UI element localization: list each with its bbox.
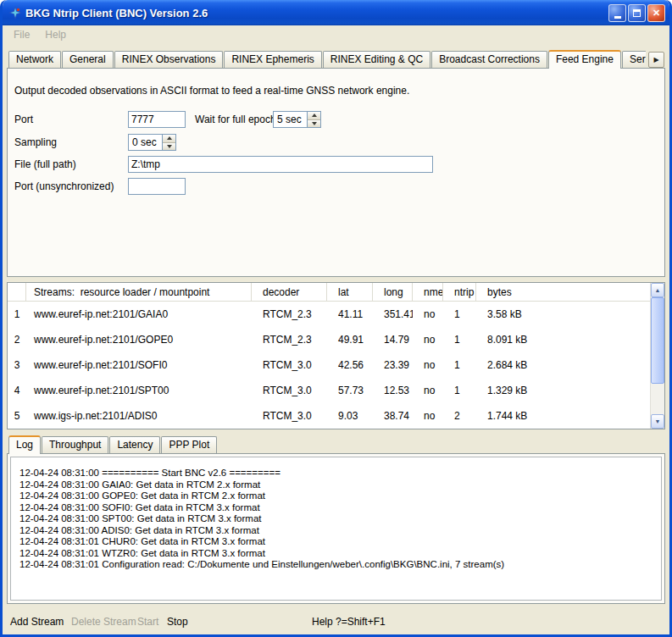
log-line: 12-04-24 08:31:00 GOPE0: Get data in RTC… (19, 490, 656, 502)
maximize-button[interactable] (628, 4, 646, 22)
tab-broadcast-corrections[interactable]: Broadcast Corrections (431, 51, 547, 68)
cell-nmea: no (413, 308, 443, 320)
window-title: BKG Ntrip Client (BNC) Version 2.6 (25, 7, 608, 19)
tab-rinex-observations[interactable]: RINEX Observations (114, 51, 224, 68)
log-line: 12-04-24 08:31:00 SPT00: Get data in RTC… (19, 513, 656, 525)
log-line: 12-04-24 08:31:00 ADIS0: Get data in RTC… (19, 525, 656, 537)
cell-nmea: no (413, 334, 443, 346)
spin-down-button[interactable] (308, 120, 320, 128)
tab-rinex-editing-qc[interactable]: RINEX Editing & QC (323, 51, 430, 68)
tab-network[interactable]: Network (8, 51, 61, 68)
cell-long: 351.41 (373, 308, 413, 320)
table-row[interactable]: 3 www.euref-ip.net:2101/SOFI0 RTCM_3.0 4… (8, 352, 650, 378)
col-header-long[interactable]: long (373, 283, 413, 301)
cell-bytes: 2.684 kB (476, 359, 650, 371)
streams-table-content: Streams: resource loader / mountpoint de… (8, 283, 650, 429)
start-button[interactable]: Start (137, 616, 158, 628)
maximize-icon (633, 9, 641, 17)
scroll-down-button[interactable]: ▼ (651, 414, 664, 429)
cell-mountpoint: www.euref-ip.net:2101/SPT00 (26, 385, 252, 396)
port-unsync-label: Port (unsynchronized) (14, 178, 114, 195)
close-button[interactable]: ✕ (647, 4, 665, 22)
cell-decoder: RTCM_2.3 (252, 308, 327, 320)
tab-general[interactable]: General (62, 51, 114, 68)
streams-table-header: Streams: resource loader / mountpoint de… (8, 283, 650, 302)
feed-engine-description: Output decoded observations in ASCII for… (14, 85, 409, 97)
port-unsync-input[interactable] (128, 178, 186, 195)
scrollbar-thumb[interactable] (651, 297, 664, 384)
col-header-bytes[interactable]: bytes (476, 283, 650, 301)
tab-feed-engine[interactable]: Feed Engine (548, 50, 621, 69)
cell-ntrip: 1 (443, 385, 476, 396)
row-number: 3 (8, 359, 26, 371)
tab-throughput[interactable]: Throughput (42, 436, 108, 453)
bottom-tabbar: Log Throughput Latency PPP Plot (8, 435, 432, 454)
cell-mountpoint: www.euref-ip.net:2101/GAIA0 (26, 308, 252, 320)
col-header-ntrip[interactable]: ntrip (443, 283, 476, 301)
log-textarea[interactable]: 12-04-24 08:31:00 ========== Start BNC v… (10, 457, 662, 601)
port-input[interactable] (128, 111, 186, 128)
table-row[interactable]: 2 www.euref-ip.net:2101/GOPE0 RTCM_2.3 4… (8, 327, 650, 352)
cell-lat: 9.03 (327, 410, 373, 422)
log-line: 12-04-24 08:31:00 SOFI0: Get data in RTC… (19, 502, 656, 514)
sampling-label: Sampling (14, 134, 57, 151)
delete-stream-button[interactable]: Delete Stream (71, 616, 136, 628)
help-button[interactable]: Help ?=Shift+F1 (312, 616, 386, 628)
streams-scrollbar[interactable]: ▲ ▼ (650, 283, 664, 429)
log-panel: 12-04-24 08:31:00 ========== Start BNC v… (7, 453, 665, 604)
tab-log[interactable]: Log (8, 435, 41, 454)
cell-decoder: RTCM_3.0 (252, 359, 327, 371)
table-row[interactable]: 1 www.euref-ip.net:2101/GAIA0 RTCM_2.3 4… (8, 302, 650, 327)
spin-up-button[interactable] (163, 135, 175, 143)
cell-ntrip: 1 (443, 308, 476, 320)
cell-lat: 42.56 (327, 359, 373, 371)
feed-engine-panel: Output decoded observations in ASCII for… (7, 68, 665, 277)
col-header-nmea[interactable]: nmea (413, 283, 443, 301)
cell-lat: 49.91 (327, 334, 373, 346)
log-line: 12-04-24 08:31:01 Configuration read: C:… (19, 559, 656, 571)
cell-ntrip: 2 (443, 410, 476, 422)
menu-bar: File Help (3, 25, 669, 44)
title-bar[interactable]: BKG Ntrip Client (BNC) Version 2.6 ✕ (3, 0, 669, 25)
cell-decoder: RTCM_3.0 (252, 410, 327, 422)
minimize-icon (614, 16, 621, 19)
cell-lat: 57.73 (327, 385, 373, 396)
file-path-input[interactable] (128, 156, 433, 173)
table-row[interactable]: 5 www.igs-ip.net:2101/ADIS0 RTCM_3.0 9.0… (8, 403, 650, 429)
close-icon: ✕ (653, 8, 660, 18)
cell-bytes: 1.329 kB (476, 385, 650, 396)
sampling-value: 0 sec (129, 135, 162, 150)
menu-help[interactable]: Help (40, 27, 71, 42)
row-number: 5 (8, 410, 26, 422)
cell-mountpoint: www.euref-ip.net:2101/GOPE0 (26, 334, 252, 346)
spin-down-icon (312, 122, 317, 125)
log-line: 12-04-24 08:31:00 ========== Start BNC v… (19, 468, 656, 479)
menu-file[interactable]: File (8, 27, 35, 42)
tab-latency[interactable]: Latency (109, 436, 160, 453)
action-bar: Add Stream Delete Stream Start Stop Help… (3, 616, 669, 631)
scroll-up-button[interactable]: ▲ (651, 283, 664, 297)
log-line: 12-04-24 08:31:01 WTZR0: Get data in RTC… (19, 548, 656, 560)
row-number: 1 (8, 308, 26, 320)
tab-ppp-plot[interactable]: PPP Plot (161, 436, 217, 453)
row-number: 4 (8, 385, 26, 396)
spin-up-button[interactable] (308, 112, 320, 120)
tab-serial-output[interactable]: Serial Ou (622, 51, 646, 68)
col-header-lat[interactable]: lat (327, 283, 373, 301)
stop-button[interactable]: Stop (167, 616, 188, 628)
add-stream-button[interactable]: Add Stream (10, 616, 64, 628)
sampling-spinbox[interactable]: 0 sec (128, 134, 176, 151)
tab-scroll-right-button[interactable]: ▶ (648, 52, 664, 68)
spin-down-button[interactable] (163, 143, 175, 151)
bnc-app-icon (8, 6, 22, 19)
down-arrow-icon: ▼ (655, 418, 661, 424)
wait-epoch-spinbox[interactable]: 5 sec (273, 111, 321, 128)
wait-epoch-label: Wait for full epoch (195, 111, 276, 128)
col-header-mountpoint[interactable]: Streams: resource loader / mountpoint (26, 283, 252, 301)
tab-rinex-ephemeris[interactable]: RINEX Ephemeris (224, 51, 321, 68)
col-header-decoder[interactable]: decoder (252, 283, 327, 301)
table-row[interactable]: 4 www.euref-ip.net:2101/SPT00 RTCM_3.0 5… (8, 378, 650, 403)
bnc-window: BKG Ntrip Client (BNC) Version 2.6 ✕ Fil… (0, 0, 672, 637)
minimize-button[interactable] (608, 4, 626, 22)
cell-nmea: no (413, 410, 443, 422)
